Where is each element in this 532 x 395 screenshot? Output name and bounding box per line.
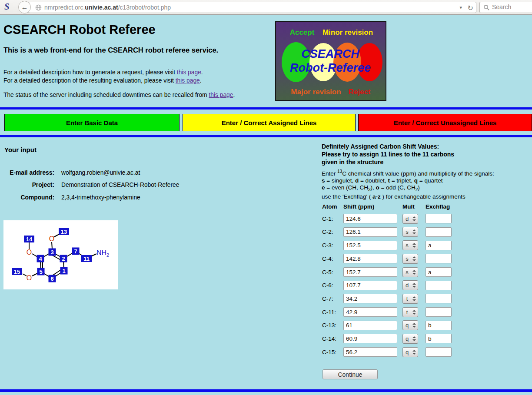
exchflag-input[interactable]	[426, 347, 452, 357]
atom-label: C-2:	[322, 229, 343, 235]
exchflag-input[interactable]	[426, 281, 452, 290]
mult-select[interactable]: s	[402, 267, 418, 277]
session-manager-icon[interactable]: S	[4, 1, 10, 12]
table-header: Atom Shift (ppm) Mult Exchflag	[322, 203, 456, 210]
shift-input[interactable]	[343, 307, 397, 317]
exchflag-input[interactable]	[426, 321, 452, 330]
back-button[interactable]: ←	[18, 1, 31, 13]
globe-icon	[35, 4, 42, 11]
shift-input[interactable]	[343, 321, 397, 330]
logo-reject-label: Reject	[348, 88, 370, 96]
table-row: C-2: s	[322, 227, 452, 237]
logo-title-line2: Robot-Referee	[290, 61, 371, 74]
mult-select[interactable]: d	[402, 214, 418, 224]
table-row: C-4: s	[322, 254, 452, 264]
server-status-link[interactable]: this page	[209, 92, 233, 98]
url-bar[interactable]: nmrpredict.orc.univie.ac.at/c13robot/rob…	[24, 2, 476, 13]
molecule-atom-6: 6	[50, 276, 53, 282]
spinner-icon	[411, 336, 417, 341]
spinner-icon	[411, 216, 417, 221]
spinner-icon	[411, 283, 417, 288]
shift-input[interactable]	[343, 254, 397, 263]
shift-input[interactable]	[343, 347, 397, 357]
atom-label: C-7:	[322, 295, 343, 302]
molecule-atom-4: 4	[39, 256, 42, 262]
exchflag-input[interactable]	[426, 214, 452, 223]
logo-title-line1: CSEARCH	[301, 47, 359, 60]
table-row: C-15: q	[322, 347, 452, 357]
shift-input[interactable]	[343, 281, 397, 290]
divider	[0, 107, 532, 110]
atom-label: C-4:	[322, 256, 343, 262]
atom-label: C-11:	[322, 309, 343, 315]
spinner-icon	[411, 270, 417, 275]
mult-select[interactable]: q	[402, 320, 418, 330]
shift-input[interactable]	[343, 334, 397, 343]
mult-select[interactable]: t	[402, 307, 418, 317]
shift-input[interactable]	[343, 214, 397, 223]
spinner-icon	[411, 310, 417, 315]
exchflag-input[interactable]	[426, 227, 452, 237]
oxygen-atom: O	[27, 249, 32, 256]
exchflag-input[interactable]	[426, 241, 452, 250]
mult-select[interactable]: q	[402, 334, 418, 344]
divider	[0, 389, 532, 392]
shift-input[interactable]	[343, 294, 397, 303]
table-row: C-7: t	[322, 294, 452, 304]
mult-select[interactable]: d	[402, 280, 418, 290]
exchflag-input[interactable]	[426, 307, 452, 317]
table-row: C-5: s	[322, 267, 452, 277]
enter-basic-data-button[interactable]: Enter Basic Data	[4, 114, 180, 131]
search-box[interactable]	[479, 2, 532, 13]
assignment-instructions: Enter 13C chemical shift value (ppm) and…	[322, 168, 494, 201]
page-subtitle: This is a web front-end for the CSEARCH …	[3, 46, 218, 54]
shift-input[interactable]	[343, 241, 397, 250]
evaluation-description-link[interactable]: this page	[176, 77, 200, 84]
table-row: C-13: q	[322, 321, 452, 331]
enter-assigned-lines-button[interactable]: Enter / Correct Assigned Lines	[183, 114, 356, 131]
mult-select[interactable]: s	[402, 254, 418, 264]
mult-select[interactable]: s	[402, 240, 418, 250]
continue-button[interactable]: Continue	[323, 369, 378, 379]
project-row: Project: Demonstration of CSEARCH-Robot-…	[4, 182, 179, 194]
exchflag-input[interactable]	[426, 254, 452, 263]
intro-text: For a detailed description how to genera…	[3, 69, 203, 85]
reload-icon[interactable]: ↻	[464, 3, 473, 13]
shift-input[interactable]	[343, 267, 397, 277]
search-input[interactable]	[492, 3, 532, 10]
your-input-heading: Your input	[4, 146, 37, 153]
atom-label: C-5:	[322, 269, 343, 276]
spinner-icon	[411, 243, 417, 248]
spinner-icon	[411, 350, 417, 355]
column-atom: Atom	[322, 203, 343, 210]
exchflag-input[interactable]	[426, 267, 452, 277]
mult-select[interactable]: q	[402, 347, 418, 357]
column-mult: Mult	[402, 203, 426, 210]
atom-label: C-6:	[322, 282, 343, 289]
assignment-heading: Definitely Assigned Carbon Shift Values:…	[322, 143, 454, 166]
oxygen-atom: O	[49, 235, 54, 242]
amine-group-label: NH2	[96, 249, 109, 258]
atom-label: C-15:	[322, 349, 343, 355]
molecule-structure-image: O O O 3 2 1 6 5 4	[3, 220, 118, 289]
molecule-atom-3: 3	[50, 249, 53, 256]
project-value: Demonstration of CSEARCH-Robot-Referee	[61, 182, 179, 194]
table-row: C-6: d	[322, 280, 452, 290]
shift-input[interactable]	[343, 227, 397, 237]
molecule-atom-7: 7	[74, 248, 77, 255]
mult-select[interactable]: s	[402, 227, 418, 237]
email-label: E-mail address:	[4, 169, 54, 182]
mult-select[interactable]: t	[402, 294, 418, 304]
compound-value: 2,3,4-trimethoxy-phenylamine	[61, 194, 140, 206]
enter-unassigned-lines-button[interactable]: Enter / Correct Unassigned Lines	[358, 114, 532, 131]
spinner-icon	[411, 256, 417, 261]
email-value: wolfgang.robien@univie.ac.at	[61, 169, 140, 182]
table-row: C-14: q	[322, 334, 452, 344]
oxygen-atom: O	[27, 274, 32, 282]
referee-logo-graphic: Accept Minor revision CSEARCH Robot-Refe…	[276, 22, 386, 100]
exchflag-input[interactable]	[426, 294, 452, 303]
input-summary: E-mail address: wolfgang.robien@univie.a…	[4, 169, 179, 206]
exchflag-input[interactable]	[426, 334, 452, 343]
request-description-link[interactable]: this page	[177, 69, 201, 76]
url-dropdown-icon[interactable]: ▾	[459, 5, 462, 10]
